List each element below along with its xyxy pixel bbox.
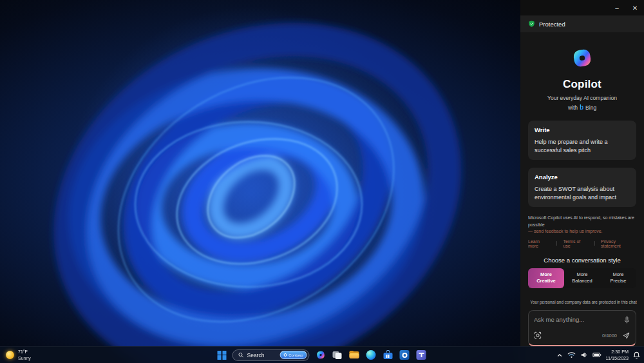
microphone-icon[interactable]: [623, 316, 630, 324]
copilot-title: Copilot: [528, 78, 636, 91]
notification-bell-icon[interactable]: [633, 351, 640, 359]
clock-time: 2:30 PM: [611, 349, 629, 355]
style-more-precise[interactable]: More Precise: [600, 268, 636, 288]
edge-swirl: [366, 350, 376, 360]
learn-more-link[interactable]: Learn more: [528, 239, 551, 248]
taskbar: 71°F Sunny Search Contoso: [0, 346, 644, 363]
suggestion-card-analyze[interactable]: Analyze Create a SWOT analysis about env…: [528, 168, 636, 207]
clock-date: 11/15/2023: [606, 355, 629, 361]
char-counter: 0/4000: [602, 333, 617, 338]
ai-disclaimer: Microsoft Copilot uses AI to respond, so…: [528, 215, 636, 235]
task-view-front-pane: [336, 353, 342, 359]
card-title: Write: [535, 126, 630, 133]
task-view-icon[interactable]: [332, 349, 343, 360]
ask-me-anything-input[interactable]: [534, 316, 620, 323]
link-divider: [594, 241, 595, 246]
outlook-icon[interactable]: [399, 349, 410, 360]
conversation-style-heading: Choose a conversation style: [528, 257, 636, 264]
send-icon[interactable]: [622, 331, 630, 340]
weather-temperature: 71°F: [18, 349, 28, 354]
protected-badge[interactable]: Protected: [520, 15, 644, 32]
teams-icon[interactable]: [416, 349, 427, 360]
start-button[interactable]: [218, 351, 227, 360]
style-label-line2: Precise: [610, 278, 626, 285]
terms-of-use-link[interactable]: Terms of use: [563, 239, 589, 248]
suggestion-card-write[interactable]: Write Help me prepare and write a succes…: [528, 121, 636, 160]
outlook-o-ring: [402, 353, 407, 358]
data-protection-text: Your personal and company data are prote…: [530, 300, 636, 304]
with-bing-row: with b Bing: [528, 104, 636, 111]
contoso-badge-icon: [283, 353, 287, 357]
battery-icon[interactable]: [592, 352, 601, 358]
minimize-button[interactable]: –: [608, 0, 626, 15]
send-feedback-link[interactable]: — send feedback to help us improve.: [528, 229, 603, 233]
card-title: Analyze: [535, 173, 630, 181]
folder-front: [350, 353, 359, 359]
shield-check-icon: [528, 20, 535, 28]
privacy-statement-link[interactable]: Privacy statement: [601, 239, 636, 248]
search-icon: [238, 352, 244, 358]
wifi-icon[interactable]: [567, 351, 576, 358]
copilot-tagline: Your everyday AI companion: [528, 95, 636, 101]
copilot-sidebar: – ✕ Protected: [520, 0, 644, 363]
close-button[interactable]: ✕: [626, 0, 644, 15]
style-label-line1: More: [612, 271, 623, 279]
copilot-panel-body: Copilot Your everyday AI companion with …: [520, 32, 644, 363]
card-text: Create a SWOT analysis about environment…: [535, 185, 630, 201]
bing-logo-icon: b: [580, 104, 583, 111]
card-text: Help me prepare and write a successful s…: [535, 138, 630, 154]
contoso-badge-label: Contoso: [289, 353, 303, 357]
store-windows-flag: [386, 355, 390, 358]
microsoft-store-icon[interactable]: [383, 349, 393, 360]
edge-browser-icon[interactable]: [366, 349, 377, 360]
disclaimer-line1: Microsoft Copilot uses AI to respond, so…: [528, 215, 634, 227]
windows-logo-icon: [218, 355, 222, 359]
style-more-creative[interactable]: More Creative: [528, 268, 564, 288]
copilot-logo: [528, 44, 636, 72]
with-label: with: [568, 104, 578, 111]
search-box[interactable]: Search Contoso: [232, 349, 310, 361]
windows-logo-icon: [222, 355, 226, 359]
copilot-icon: [316, 349, 327, 360]
style-label-line2: Balanced: [572, 278, 592, 285]
style-more-balanced[interactable]: More Balanced: [564, 268, 600, 288]
link-divider: [556, 241, 557, 246]
protected-label: Protected: [539, 21, 565, 28]
weather-condition: Sunny: [18, 356, 31, 360]
teams-t-stem: [421, 353, 422, 357]
windows-logo-icon: [222, 351, 226, 355]
copilot-logo-icon: [568, 44, 596, 72]
contoso-badge[interactable]: Contoso: [279, 351, 307, 359]
style-label-line1: More: [576, 271, 587, 279]
tray-chevron-up-icon[interactable]: [556, 352, 563, 358]
style-label-line1: More: [540, 271, 552, 279]
windows-logo-icon: [218, 351, 222, 355]
chat-input-box[interactable]: 0/4000: [528, 310, 636, 346]
taskbar-copilot-icon[interactable]: [316, 349, 327, 360]
system-tray: 2:30 PM 11/15/2023: [556, 347, 640, 363]
style-label-line2: Creative: [536, 278, 556, 285]
sunny-icon: [6, 351, 14, 359]
sidebar-titlebar: – ✕: [520, 0, 644, 15]
bing-label: Bing: [585, 104, 596, 111]
search-label: Search: [247, 352, 265, 358]
taskbar-center: Search Contoso: [218, 347, 427, 363]
clock[interactable]: 2:30 PM 11/15/2023: [606, 349, 629, 361]
screenshot-capture-icon[interactable]: [534, 331, 542, 339]
suggestion-cards: Write Help me prepare and write a succes…: [528, 121, 636, 207]
conversation-style-picker: More Creative More Balanced More Precise: [528, 268, 636, 288]
volume-icon[interactable]: [580, 351, 588, 358]
file-explorer-icon[interactable]: [349, 349, 360, 360]
weather-widget[interactable]: 71°F Sunny: [6, 347, 31, 363]
legal-links: Learn more Terms of use Privacy statemen…: [528, 239, 636, 248]
data-protection-note: Your personal and company data are prote…: [528, 300, 636, 305]
